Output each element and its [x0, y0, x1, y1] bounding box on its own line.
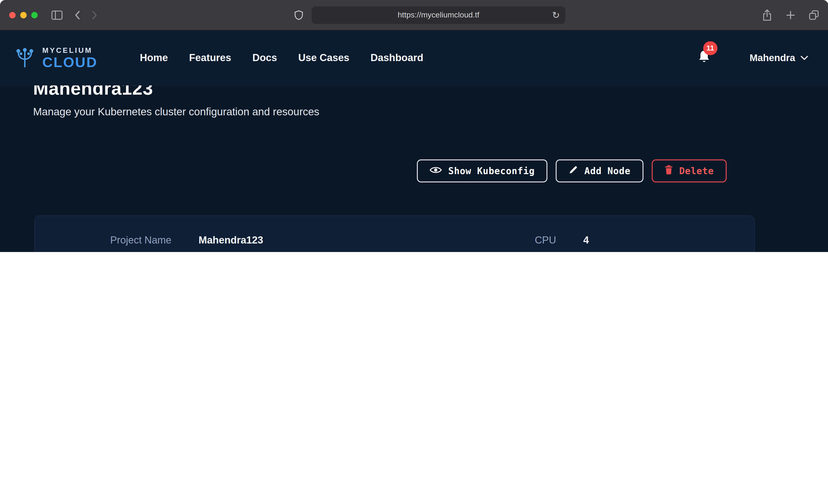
eye-icon	[430, 165, 442, 176]
browser-window: https://myceliumcloud.tf ↻	[0, 0, 828, 252]
chevron-down-icon	[801, 54, 808, 62]
notification-badge: 11	[703, 41, 717, 55]
page-subtitle: Manage your Kubernetes cluster configura…	[33, 106, 828, 118]
add-node-label: Add Node	[584, 165, 631, 176]
user-menu[interactable]: Mahendra	[750, 52, 808, 64]
nav-item-dashboard[interactable]: Dashboard	[370, 52, 423, 64]
back-icon[interactable]	[75, 10, 80, 19]
forward-icon[interactable]	[92, 10, 97, 19]
address-bar[interactable]: https://myceliumcloud.tf ↻	[312, 6, 565, 24]
brand-name-top: MYCELIUM	[42, 47, 97, 54]
url-text: https://myceliumcloud.tf	[398, 10, 479, 19]
brand-logo[interactable]: MYCELIUM CLOUD	[13, 46, 97, 70]
cpu-label: CPU	[465, 234, 556, 246]
user-name: Mahendra	[750, 52, 795, 64]
nav-item-docs[interactable]: Docs	[252, 52, 277, 64]
nav-item-use-cases[interactable]: Use Cases	[298, 52, 349, 64]
nav-item-home[interactable]: Home	[140, 52, 168, 64]
project-details: Project Name Mahendra123 CPU 4 Created 1…	[51, 234, 738, 252]
close-window-button[interactable]	[9, 12, 16, 18]
notifications-button[interactable]: 11	[697, 50, 711, 66]
zoom-window-button[interactable]	[31, 12, 38, 18]
show-kubeconfig-button[interactable]: Show Kubeconfig	[417, 159, 548, 182]
tab-overview-icon[interactable]	[809, 10, 819, 20]
project-name-label: Project Name	[51, 234, 171, 246]
main-content: Mahendra123 Manage your Kubernetes clust…	[0, 77, 828, 252]
traffic-lights	[9, 12, 38, 18]
project-details-card: Project Name Mahendra123 CPU 4 Created 1…	[35, 215, 755, 252]
add-node-button[interactable]: Add Node	[556, 159, 644, 182]
cluster-actions-toolbar: Show Kubeconfig Add Node Delete	[0, 159, 727, 182]
minimize-window-button[interactable]	[20, 12, 27, 18]
delete-cluster-button[interactable]: Delete	[652, 159, 727, 182]
project-name-value: Mahendra123	[199, 234, 438, 246]
pencil-icon	[569, 165, 578, 177]
sidebar-toggle-icon[interactable]	[51, 10, 63, 19]
new-tab-icon[interactable]	[786, 10, 795, 19]
nav-links: Home Features Docs Use Cases Dashboard	[140, 52, 423, 64]
nav-item-features[interactable]: Features	[189, 52, 231, 64]
browser-chrome: https://myceliumcloud.tf ↻	[0, 0, 828, 30]
brand-name-bottom: CLOUD	[42, 55, 97, 69]
reload-icon[interactable]: ↻	[552, 10, 560, 19]
trash-icon	[665, 165, 673, 177]
site-navbar: MYCELIUM CLOUD Home Features Docs Use Ca…	[0, 30, 828, 85]
show-kubeconfig-label: Show Kubeconfig	[448, 165, 535, 176]
delete-label: Delete	[679, 165, 714, 176]
mycelium-logo-icon	[13, 46, 37, 70]
privacy-shield-icon[interactable]	[294, 10, 303, 20]
bell-icon	[697, 58, 711, 66]
share-icon[interactable]	[762, 9, 772, 21]
cpu-value: 4	[583, 234, 738, 246]
